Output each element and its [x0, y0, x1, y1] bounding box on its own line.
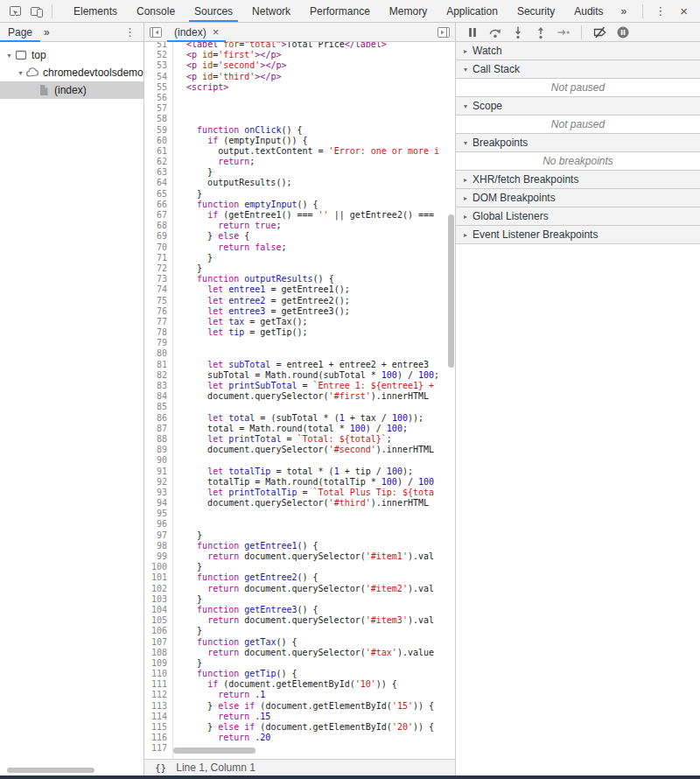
line-number[interactable]: 108 [144, 648, 172, 658]
navigator-horizontal-scrollbar[interactable] [7, 768, 94, 773]
step-out-icon[interactable] [531, 25, 550, 40]
line-number[interactable]: 52 [144, 50, 172, 60]
tab-console[interactable]: Console [127, 0, 185, 22]
editor-horizontal-scrollbar[interactable] [173, 747, 256, 754]
tree-item-chromedevtoolsdemo[interactable]: ▾chromedevtoolsdemo [0, 64, 144, 81]
devtools-menu-icon[interactable]: ⋮ [648, 4, 673, 18]
line-number[interactable]: 93 [144, 488, 172, 498]
tab-application[interactable]: Application [437, 0, 508, 22]
tab-network[interactable]: Network [242, 0, 300, 22]
deactivate-breakpoints-icon[interactable] [591, 25, 609, 40]
line-number[interactable]: 79 [144, 338, 172, 348]
line-number[interactable]: 67 [144, 210, 172, 221]
line-number[interactable]: 96 [144, 519, 172, 530]
navigator-more-tabs-button[interactable]: » [40, 26, 53, 39]
line-number[interactable]: 105 [144, 615, 172, 626]
line-number[interactable]: 73 [144, 274, 172, 284]
line-number[interactable]: 98 [144, 541, 172, 551]
editor-vertical-scrollbar[interactable] [448, 214, 454, 368]
line-number[interactable]: 56 [144, 93, 172, 103]
line-number[interactable]: 61 [144, 146, 172, 157]
line-number[interactable]: 76 [144, 306, 172, 317]
line-number[interactable]: 99 [144, 551, 172, 562]
section-header-watch[interactable]: ▸Watch [456, 42, 700, 60]
line-number[interactable]: 72 [144, 263, 172, 274]
line-number[interactable]: 88 [144, 434, 172, 445]
line-number[interactable]: 77 [144, 317, 172, 327]
navigator-menu-icon[interactable]: ⋮ [116, 25, 144, 39]
more-tabs-button[interactable]: » [613, 5, 635, 18]
chevron-down-icon[interactable]: ▾ [16, 69, 25, 77]
show-panel-icon[interactable] [435, 25, 452, 40]
line-number[interactable]: 101 [144, 572, 172, 583]
line-number[interactable]: 117 [144, 743, 172, 754]
line-number[interactable]: 87 [144, 424, 172, 434]
line-number[interactable]: 63 [144, 167, 172, 178]
line-number[interactable]: 68 [144, 221, 172, 231]
line-number[interactable]: 75 [144, 296, 172, 306]
line-number[interactable]: 94 [144, 498, 172, 509]
line-number[interactable]: 71 [144, 253, 172, 263]
section-header-event-listener-breakpoints[interactable]: ▸Event Listener Breakpoints [456, 226, 700, 244]
tab-page[interactable]: Page [0, 23, 40, 42]
line-number[interactable]: 109 [144, 658, 172, 669]
line-number[interactable]: 65 [144, 189, 172, 200]
line-number[interactable]: 83 [144, 381, 172, 391]
section-header-scope[interactable]: ▾Scope [456, 97, 700, 116]
section-header-call-stack[interactable]: ▾Call Stack [456, 60, 700, 79]
line-number[interactable]: 90 [144, 455, 172, 466]
line-number[interactable]: 57 [144, 103, 172, 114]
tab-audits[interactable]: Audits [564, 0, 612, 22]
line-number[interactable]: 86 [144, 413, 172, 424]
pretty-print-button[interactable]: {} [155, 762, 166, 774]
step-into-icon[interactable] [508, 25, 527, 40]
line-number[interactable]: 59 [144, 125, 172, 136]
line-number[interactable]: 58 [144, 114, 172, 124]
line-number[interactable]: 55 [144, 82, 172, 93]
pause-icon[interactable] [463, 25, 481, 40]
file-tab-index[interactable]: (index) × [167, 23, 226, 42]
line-number[interactable]: 116 [144, 733, 172, 743]
line-number[interactable]: 110 [144, 669, 172, 679]
file-tab-close-icon[interactable]: × [213, 25, 220, 39]
line-number[interactable]: 84 [144, 391, 172, 402]
line-number[interactable]: 66 [144, 200, 172, 210]
line-number[interactable]: 74 [144, 284, 172, 295]
tab-elements[interactable]: Elements [64, 0, 127, 22]
tab-security[interactable]: Security [508, 0, 564, 22]
line-number[interactable]: 102 [144, 584, 172, 594]
line-number[interactable]: 62 [144, 157, 172, 167]
line-number[interactable]: 92 [144, 477, 172, 488]
line-number[interactable]: 54 [144, 72, 172, 82]
step-icon[interactable] [554, 25, 572, 40]
line-number[interactable]: 112 [144, 690, 172, 700]
tab-memory[interactable]: Memory [380, 0, 437, 22]
tab-performance[interactable]: Performance [300, 0, 380, 22]
section-header-dom-breakpoints[interactable]: ▸DOM Breakpoints [456, 189, 700, 207]
line-number[interactable]: 70 [144, 242, 172, 253]
step-over-icon[interactable] [486, 25, 504, 40]
section-header-global-listeners[interactable]: ▸Global Listeners [456, 207, 700, 226]
line-number[interactable]: 106 [144, 626, 172, 636]
tree-item-index[interactable]: (index) [0, 81, 144, 99]
line-number[interactable]: 113 [144, 701, 172, 712]
line-number[interactable]: 107 [144, 637, 172, 648]
line-number[interactable]: 89 [144, 445, 172, 455]
line-number[interactable]: 60 [144, 136, 172, 146]
line-number[interactable]: 80 [144, 348, 172, 359]
line-number[interactable]: 95 [144, 509, 172, 519]
tab-sources[interactable]: Sources [185, 0, 242, 22]
line-number[interactable]: 69 [144, 231, 172, 242]
line-number[interactable]: 114 [144, 712, 172, 722]
line-number[interactable]: 78 [144, 327, 172, 338]
pause-on-exceptions-icon[interactable] [613, 25, 632, 40]
line-number[interactable]: 103 [144, 594, 172, 605]
collapse-navigator-icon[interactable] [147, 25, 164, 40]
line-number[interactable]: 85 [144, 402, 172, 412]
line-number[interactable]: 51 [144, 42, 172, 50]
line-number[interactable]: 111 [144, 679, 172, 690]
line-number[interactable]: 91 [144, 467, 172, 477]
section-header-breakpoints[interactable]: ▾Breakpoints [456, 134, 700, 152]
line-number[interactable]: 100 [144, 562, 172, 572]
chevron-down-icon[interactable]: ▾ [4, 52, 14, 60]
